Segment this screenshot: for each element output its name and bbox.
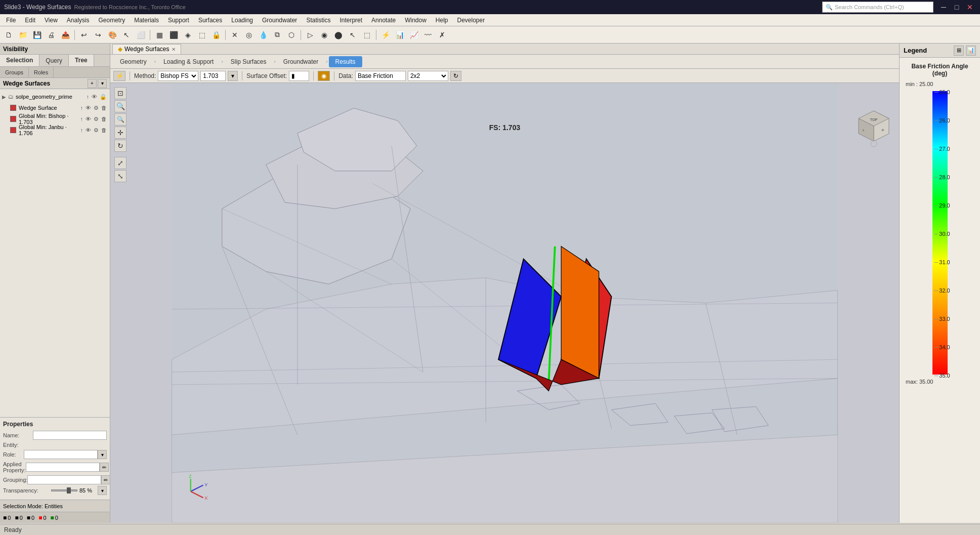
nav-geometry[interactable]: Geometry bbox=[113, 56, 153, 67]
grid-select[interactable]: 2x2 bbox=[408, 71, 448, 81]
menu-item-surfaces[interactable]: Surfaces bbox=[194, 16, 226, 25]
zoom-out-btn[interactable]: 🔍 bbox=[114, 113, 126, 126]
vt-analyze-btn[interactable]: ⚡ bbox=[113, 71, 125, 81]
janbu-delete-btn[interactable]: 🗑 bbox=[100, 127, 108, 134]
janbu-settings-btn[interactable]: ⚙ bbox=[93, 127, 100, 134]
cube-toolbar-btn[interactable]: ⬛ bbox=[167, 28, 180, 42]
legend-grid-btn[interactable]: ⊞ bbox=[954, 46, 964, 56]
tree-add-btn[interactable]: + bbox=[88, 79, 97, 88]
prop-applied-btn[interactable]: ✏ bbox=[100, 463, 109, 472]
zoom-in-btn[interactable]: 🔍 bbox=[114, 100, 126, 112]
prop-grouping-input[interactable] bbox=[27, 475, 101, 484]
tree-up-btn[interactable]: ↑ bbox=[86, 94, 91, 100]
menu-item-geometry[interactable]: Geometry bbox=[95, 16, 130, 25]
minimize-button[interactable]: ─ bbox=[938, 2, 950, 12]
nav-loading[interactable]: Loading & Support bbox=[157, 56, 220, 67]
analysis-toolbar-btn[interactable]: ⚡ bbox=[379, 28, 392, 42]
undo-toolbar-btn[interactable]: ↩ bbox=[77, 28, 91, 42]
color-wheel-toolbar-btn[interactable]: 🎨 bbox=[106, 28, 119, 42]
table-toolbar-btn[interactable]: ▦ bbox=[153, 28, 166, 42]
nav-cube[interactable]: TOP L R bbox=[854, 108, 894, 149]
prop-name-input[interactable] bbox=[33, 431, 107, 440]
menu-item-statistics[interactable]: Statistics bbox=[302, 16, 334, 25]
subtab-roles[interactable]: Roles bbox=[29, 67, 54, 77]
subtab-groups[interactable]: Groups bbox=[0, 67, 29, 77]
prop-role-input[interactable] bbox=[24, 450, 98, 459]
bishop-delete-btn[interactable]: 🗑 bbox=[100, 116, 108, 122]
tree-eye-btn[interactable]: 👁 bbox=[91, 94, 98, 100]
fs-input[interactable] bbox=[200, 71, 226, 81]
new-toolbar-btn[interactable]: 🗋 bbox=[2, 28, 15, 42]
surface-offset-input[interactable] bbox=[289, 71, 309, 81]
arrow-shape-toolbar-btn[interactable]: ▷ bbox=[304, 28, 317, 42]
save-toolbar-btn[interactable]: 💾 bbox=[30, 28, 44, 42]
iso-cube-toolbar-btn[interactable]: ◈ bbox=[181, 28, 194, 42]
tab-selection[interactable]: Selection bbox=[0, 55, 39, 66]
bishop-up-btn[interactable]: ↑ bbox=[79, 116, 84, 122]
slider-track[interactable] bbox=[51, 489, 77, 491]
select-rect-toolbar-btn[interactable]: ⬜ bbox=[134, 28, 147, 42]
nav-slip[interactable]: Slip Surfaces bbox=[224, 56, 273, 67]
data-input[interactable] bbox=[355, 71, 406, 81]
viewport-tab-wedge[interactable]: ◆ Wedge Surfaces ✕ bbox=[112, 44, 181, 54]
close-button[interactable]: ✕ bbox=[964, 2, 976, 12]
cursor-tool-toolbar-btn[interactable]: ⬚ bbox=[195, 28, 208, 42]
viewport-tab-close[interactable]: ✕ bbox=[172, 47, 176, 52]
bishop-eye-btn[interactable]: 👁 bbox=[84, 116, 92, 122]
expand-arrow-solpe[interactable]: ▶ bbox=[2, 94, 6, 100]
transparency-btn[interactable]: ▾ bbox=[98, 486, 107, 495]
janbu-up-btn[interactable]: ↑ bbox=[79, 127, 84, 134]
mesh-toolbar-btn[interactable]: ⬚ bbox=[360, 28, 373, 42]
export-toolbar-btn[interactable]: 📤 bbox=[59, 28, 72, 42]
janbu-eye-btn[interactable]: 👁 bbox=[84, 127, 92, 134]
prop-grouping-btn[interactable]: ✏ bbox=[101, 475, 110, 484]
refresh-btn[interactable]: ↻ bbox=[450, 71, 461, 81]
maximize-button[interactable]: □ bbox=[951, 2, 963, 12]
legend-chart-btn[interactable]: 📊 bbox=[966, 46, 976, 56]
tree-options-btn[interactable]: ▾ bbox=[98, 79, 107, 88]
menu-item-groundwater[interactable]: Groundwater bbox=[258, 16, 301, 25]
menu-item-loading[interactable]: Loading bbox=[227, 16, 257, 25]
menu-item-view[interactable]: View bbox=[40, 16, 62, 25]
polygon-toolbar-btn[interactable]: ⬡ bbox=[285, 28, 298, 42]
menu-item-help[interactable]: Help bbox=[432, 16, 452, 25]
tree-lock-btn[interactable]: 🔒 bbox=[99, 94, 108, 100]
collapse-btn[interactable]: ⤡ bbox=[114, 170, 126, 182]
graph-toolbar-btn[interactable]: 📈 bbox=[407, 28, 420, 42]
method-select[interactable]: Bishop FS bbox=[158, 71, 198, 81]
cursor2-toolbar-btn[interactable]: ↖ bbox=[346, 28, 359, 42]
redo-toolbar-btn[interactable]: ↪ bbox=[92, 28, 105, 42]
drop-toolbar-btn[interactable]: 💧 bbox=[257, 28, 270, 42]
wave-toolbar-btn[interactable]: 〰 bbox=[421, 28, 435, 42]
tree-item-solpe[interactable]: ▶ 🗂 solpe_geometry_prime ↑ 👁 🔒 bbox=[0, 91, 110, 102]
bishop-settings-btn[interactable]: ⚙ bbox=[93, 116, 100, 122]
expand-btn[interactable]: ⤢ bbox=[114, 157, 126, 169]
menu-item-analysis[interactable]: Analysis bbox=[63, 16, 94, 25]
tree-item-wedge-surface[interactable]: Wedge Surface ↑ 👁 ⚙ 🗑 bbox=[0, 102, 110, 113]
prop-role-btn[interactable]: ▾ bbox=[98, 450, 107, 459]
wedge-settings-btn[interactable]: ⚙ bbox=[93, 105, 100, 111]
menu-item-interpret[interactable]: Interpret bbox=[335, 16, 366, 25]
zoom-extents-btn[interactable]: ⊡ bbox=[114, 87, 126, 99]
menu-item-edit[interactable]: Edit bbox=[21, 16, 39, 25]
tree-item-bishop[interactable]: Global Min: Bishop · 1.703 ↑ 👁 ⚙ 🗑 bbox=[0, 113, 110, 125]
3d-shape-toolbar-btn[interactable]: ◉ bbox=[318, 28, 331, 42]
menu-item-support[interactable]: Support bbox=[164, 16, 193, 25]
layers-toolbar-btn[interactable]: ⧉ bbox=[271, 28, 284, 42]
slider-thumb[interactable] bbox=[67, 487, 71, 493]
menu-item-file[interactable]: File bbox=[2, 16, 20, 25]
menu-item-window[interactable]: Window bbox=[401, 16, 431, 25]
nav-results[interactable]: Results bbox=[329, 56, 362, 67]
more-shapes-toolbar-btn[interactable]: ⬤ bbox=[332, 28, 345, 42]
menu-item-annotate[interactable]: Annotate bbox=[367, 16, 400, 25]
pan-btn[interactable]: ✛ bbox=[114, 127, 126, 139]
scene-svg[interactable]: Y X Z bbox=[110, 83, 899, 523]
surface-toolbar-btn[interactable]: ◎ bbox=[242, 28, 255, 42]
tab-tree[interactable]: Tree bbox=[69, 55, 94, 66]
cancel-x-toolbar-btn[interactable]: ✗ bbox=[436, 28, 449, 42]
tree-item-janbu[interactable]: Global Min: Janbu · 1.706 ↑ 👁 ⚙ 🗑 bbox=[0, 125, 110, 136]
search-bar[interactable]: 🔍 Search Commands (Ctrl+Q) bbox=[822, 2, 933, 13]
print-toolbar-btn[interactable]: 🖨 bbox=[45, 28, 58, 42]
lock-toolbar-btn[interactable]: 🔒 bbox=[209, 28, 223, 42]
nav-groundwater[interactable]: Groundwater bbox=[277, 56, 325, 67]
